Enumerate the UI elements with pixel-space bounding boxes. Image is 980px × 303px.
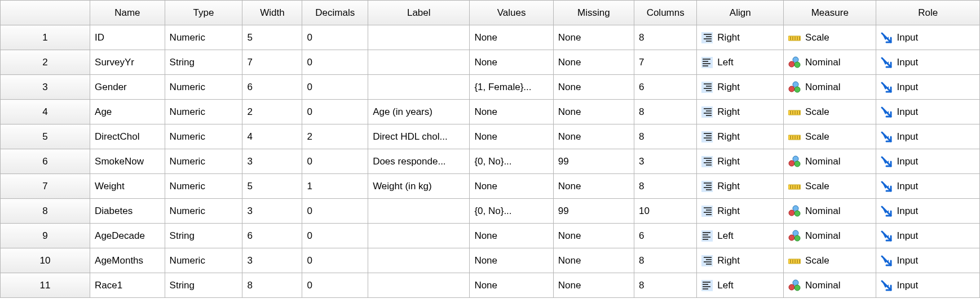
cell-label[interactable] — [368, 75, 470, 100]
cell-columns[interactable]: 8 — [634, 174, 697, 199]
row-number[interactable]: 8 — [1, 199, 90, 224]
cell-name[interactable]: Age — [90, 100, 165, 124]
cell-label[interactable] — [368, 273, 470, 298]
cell-values[interactable]: None — [470, 100, 553, 124]
cell-columns[interactable]: 6 — [634, 75, 697, 100]
cell-measure[interactable]: Scale — [784, 174, 876, 199]
cell-measure[interactable]: Nominal — [784, 75, 876, 100]
cell-missing[interactable]: None — [553, 25, 634, 50]
cell-values[interactable]: None — [470, 224, 553, 248]
cell-role[interactable]: Input — [876, 124, 980, 149]
header-role[interactable]: Role — [876, 1, 980, 25]
cell-measure[interactable]: Nominal — [784, 199, 876, 224]
cell-align[interactable]: Right — [697, 25, 784, 50]
cell-align[interactable]: Right — [697, 149, 784, 174]
cell-decimals[interactable]: 0 — [302, 50, 368, 75]
cell-name[interactable]: ID — [90, 25, 165, 50]
cell-decimals[interactable]: 1 — [302, 174, 368, 199]
cell-decimals[interactable]: 0 — [302, 224, 368, 248]
cell-decimals[interactable]: 2 — [302, 124, 368, 149]
cell-align[interactable]: Right — [697, 100, 784, 124]
row-number[interactable]: 1 — [1, 25, 90, 50]
header-name[interactable]: Name — [90, 1, 165, 25]
cell-columns[interactable]: 7 — [634, 50, 697, 75]
cell-label[interactable]: Weight (in kg) — [368, 174, 470, 199]
cell-name[interactable]: AgeMonths — [90, 248, 165, 273]
cell-width[interactable]: 3 — [242, 199, 302, 224]
cell-values[interactable]: {0, No}... — [470, 149, 553, 174]
cell-name[interactable]: AgeDecade — [90, 224, 165, 248]
cell-width[interactable]: 3 — [242, 248, 302, 273]
cell-align[interactable]: Left — [697, 50, 784, 75]
header-missing[interactable]: Missing — [553, 1, 634, 25]
cell-role[interactable]: Input — [876, 50, 980, 75]
row-number[interactable]: 10 — [1, 248, 90, 273]
cell-name[interactable]: Gender — [90, 75, 165, 100]
cell-align[interactable]: Right — [697, 75, 784, 100]
cell-width[interactable]: 6 — [242, 75, 302, 100]
cell-values[interactable]: None — [470, 248, 553, 273]
cell-missing[interactable]: None — [553, 50, 634, 75]
cell-columns[interactable]: 3 — [634, 149, 697, 174]
cell-width[interactable]: 4 — [242, 124, 302, 149]
cell-decimals[interactable]: 0 — [302, 100, 368, 124]
cell-type[interactable]: Numeric — [165, 199, 242, 224]
cell-role[interactable]: Input — [876, 100, 980, 124]
cell-label[interactable] — [368, 248, 470, 273]
cell-values[interactable]: None — [470, 25, 553, 50]
header-columns[interactable]: Columns — [634, 1, 697, 25]
cell-width[interactable]: 2 — [242, 100, 302, 124]
cell-role[interactable]: Input — [876, 248, 980, 273]
cell-type[interactable]: String — [165, 273, 242, 298]
cell-columns[interactable]: 8 — [634, 25, 697, 50]
cell-role[interactable]: Input — [876, 25, 980, 50]
cell-decimals[interactable]: 0 — [302, 75, 368, 100]
row-number[interactable]: 11 — [1, 273, 90, 298]
cell-decimals[interactable]: 0 — [302, 273, 368, 298]
header-values[interactable]: Values — [470, 1, 553, 25]
header-decimals[interactable]: Decimals — [302, 1, 368, 25]
header-measure[interactable]: Measure — [784, 1, 876, 25]
cell-values[interactable]: None — [470, 124, 553, 149]
cell-name[interactable]: Weight — [90, 174, 165, 199]
cell-decimals[interactable]: 0 — [302, 248, 368, 273]
cell-values[interactable]: None — [470, 174, 553, 199]
cell-type[interactable]: Numeric — [165, 100, 242, 124]
cell-align[interactable]: Right — [697, 248, 784, 273]
cell-width[interactable]: 3 — [242, 149, 302, 174]
cell-name[interactable]: SurveyYr — [90, 50, 165, 75]
cell-role[interactable]: Input — [876, 224, 980, 248]
cell-decimals[interactable]: 0 — [302, 149, 368, 174]
cell-columns[interactable]: 6 — [634, 224, 697, 248]
cell-width[interactable]: 5 — [242, 174, 302, 199]
row-number[interactable]: 3 — [1, 75, 90, 100]
row-number[interactable]: 5 — [1, 124, 90, 149]
cell-measure[interactable]: Scale — [784, 100, 876, 124]
cell-align[interactable]: Right — [697, 124, 784, 149]
row-number[interactable]: 9 — [1, 224, 90, 248]
cell-measure[interactable]: Nominal — [784, 273, 876, 298]
cell-label[interactable] — [368, 199, 470, 224]
cell-columns[interactable]: 8 — [634, 100, 697, 124]
cell-label[interactable]: Does responde... — [368, 149, 470, 174]
cell-align[interactable]: Right — [697, 199, 784, 224]
cell-role[interactable]: Input — [876, 273, 980, 298]
cell-missing[interactable]: None — [553, 224, 634, 248]
header-type[interactable]: Type — [165, 1, 242, 25]
row-number[interactable]: 7 — [1, 174, 90, 199]
cell-label[interactable] — [368, 25, 470, 50]
cell-role[interactable]: Input — [876, 174, 980, 199]
cell-values[interactable]: {1, Female}... — [470, 75, 553, 100]
cell-width[interactable]: 5 — [242, 25, 302, 50]
cell-name[interactable]: Diabetes — [90, 199, 165, 224]
cell-measure[interactable]: Scale — [784, 124, 876, 149]
cell-decimals[interactable]: 0 — [302, 199, 368, 224]
cell-type[interactable]: Numeric — [165, 124, 242, 149]
cell-values[interactable]: None — [470, 50, 553, 75]
cell-align[interactable]: Left — [697, 273, 784, 298]
cell-measure[interactable]: Nominal — [784, 50, 876, 75]
cell-label[interactable] — [368, 50, 470, 75]
cell-name[interactable]: Race1 — [90, 273, 165, 298]
cell-width[interactable]: 7 — [242, 50, 302, 75]
cell-missing[interactable]: None — [553, 75, 634, 100]
